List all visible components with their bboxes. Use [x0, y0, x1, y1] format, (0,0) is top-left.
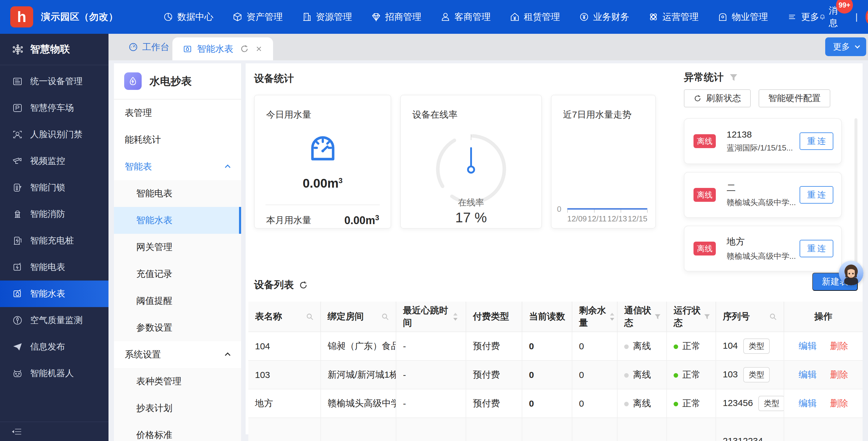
sidebar-item-unified-device[interactable]: 统一设备管理 — [0, 68, 108, 95]
subnav-item-price-standard[interactable]: 价格标准 — [114, 422, 241, 441]
col-run-status[interactable]: 运行状态 — [667, 302, 716, 332]
col-meter-name[interactable]: 表名称 — [248, 302, 321, 332]
sort-icon[interactable] — [609, 312, 615, 321]
nav-label: 招商管理 — [385, 11, 421, 23]
delete-link[interactable]: 删除 — [830, 341, 848, 351]
month-usage-value: 0.00m3 — [344, 213, 379, 227]
online-rate-card: 设备在线率 在线率 17 % — [400, 95, 542, 229]
type-tag[interactable]: 类型 — [743, 339, 770, 354]
subnav-item-meter-mgmt[interactable]: 表管理 — [114, 99, 241, 126]
col-serial[interactable]: 序列号 — [716, 302, 784, 332]
abnormal-list-scrollbar[interactable] — [855, 118, 858, 286]
reconnect-button[interactable]: 重连 — [800, 133, 833, 150]
edit-link[interactable]: 编辑 — [799, 341, 817, 351]
tab-workbench[interactable]: 工作台 — [118, 34, 180, 60]
device-list-refresh-icon[interactable] — [299, 280, 308, 290]
col-remaining-water[interactable]: 剩余水量 — [572, 302, 617, 332]
collapse-sidebar-icon[interactable] — [11, 427, 22, 437]
tabbar-more-button[interactable]: 更多 — [825, 37, 866, 56]
month-usage-label: 本月用水量 — [266, 214, 311, 227]
subnav-item-gateway-mgmt[interactable]: 网关管理 — [114, 234, 241, 261]
subnav-item-smart-water-meter[interactable]: 智能水表 — [114, 207, 241, 234]
table-row: 104 锦昶（广东）食品科... - 预付费 0 0 离线 正常 104类型 编… — [248, 332, 863, 360]
tab-refresh-icon[interactable] — [240, 45, 249, 53]
col-bound-room[interactable]: 绑定房间 — [321, 302, 396, 332]
water-meter-icon — [12, 288, 23, 299]
filter-icon[interactable] — [729, 73, 738, 82]
smart-hardware-config-button[interactable]: 智能硬件配置 — [758, 89, 830, 108]
search-icon[interactable] — [306, 313, 314, 321]
nav-item-investment-mgmt[interactable]: 招商管理 — [371, 11, 421, 23]
nav-item-finance[interactable]: 业务财务 — [579, 11, 629, 23]
meter-name-link[interactable]: 104 — [248, 332, 321, 360]
subnav-item-parameter-settings[interactable]: 参数设置 — [114, 314, 241, 341]
sidebar-item-smart-lock[interactable]: 智能门锁 — [0, 174, 108, 201]
nav-item-merchant-mgmt[interactable]: 客商管理 — [441, 11, 491, 23]
subnav-title: 水电抄表 — [150, 74, 192, 88]
col-last-heartbeat[interactable]: 最近心跳时间 — [396, 302, 466, 332]
edit-link[interactable]: 编辑 — [799, 370, 817, 379]
sort-icon[interactable] — [453, 312, 458, 321]
sidebar-item-electric-meter[interactable]: 智能电表 — [0, 254, 108, 281]
abnormal-device-name: 12138 — [727, 129, 800, 140]
subnav-item-energy-stats[interactable]: 能耗统计 — [114, 126, 241, 153]
user-avatar[interactable]: h — [866, 10, 868, 24]
sidebar-item-face-access[interactable]: 人脸识别门禁 — [0, 121, 108, 148]
offline-status-badge: 离线 — [693, 242, 716, 256]
run-status-cell: 正常 — [667, 389, 716, 418]
subnav-item-smart-electric-meter[interactable]: 智能电表 — [114, 180, 241, 207]
brand-logo[interactable]: h — [10, 6, 33, 27]
filter-icon[interactable] — [704, 314, 710, 320]
nav-item-asset-mgmt[interactable]: 资产管理 — [233, 11, 283, 23]
reconnect-button[interactable]: 重连 — [800, 240, 833, 257]
subnav-item-meter-type-mgmt[interactable]: 表种类管理 — [114, 368, 241, 395]
actions-cell: 编辑删除 — [784, 389, 863, 418]
fire-hydrant-icon — [12, 209, 23, 219]
subnav-group-smart-meter[interactable]: 智能表 — [114, 153, 241, 180]
left-sidebar: 智慧物联 统一设备管理 智慧停车场 人脸识别门禁 视频监控 智能门锁 — [0, 34, 108, 441]
sidebar-item-video-monitor[interactable]: 视频监控 — [0, 148, 108, 174]
robot-icon — [12, 368, 23, 379]
delete-link[interactable]: 删除 — [830, 398, 848, 408]
delete-link[interactable]: 删除 — [830, 370, 848, 379]
nav-item-property-mgmt[interactable]: 物业管理 — [718, 11, 768, 23]
sidebar-item-fire-safety[interactable]: 智能消防 — [0, 201, 108, 228]
sidebar-item-label: 视频监控 — [30, 155, 65, 167]
abnormal-device-location: 赣榆城头高级中学... — [727, 197, 800, 208]
trend-title: 近7日用水量走势 — [563, 109, 631, 121]
normal-dot — [674, 373, 678, 378]
subnav-item-threshold-alert[interactable]: 阈值提醒 — [114, 288, 241, 314]
sidebar-item-robot[interactable]: 智能机器人 — [0, 360, 108, 387]
meter-name-link[interactable]: 103 — [248, 360, 321, 389]
sidebar-item-air-quality[interactable]: 空气质量监测 — [0, 307, 108, 333]
edit-link[interactable]: 编辑 — [799, 398, 817, 408]
sidebar-item-info-publish[interactable]: 信息发布 — [0, 333, 108, 360]
search-icon[interactable] — [381, 313, 389, 321]
type-tag[interactable]: 类型 — [743, 367, 770, 382]
sidebar-item-parking[interactable]: 智慧停车场 — [0, 95, 108, 121]
tab-smart-water-meter[interactable]: 智能水表 — [173, 37, 273, 60]
meter-name-link[interactable]: 地方 — [248, 389, 321, 418]
subnav-item-recharge-records[interactable]: 充值记录 — [114, 261, 241, 288]
nav-item-lease-mgmt[interactable]: 租赁管理 — [510, 11, 560, 23]
col-comm-status[interactable]: 通信状态 — [617, 302, 667, 332]
nav-item-operation-mgmt[interactable]: 运营管理 — [649, 11, 699, 23]
tab-close-icon[interactable] — [255, 45, 263, 53]
filter-icon[interactable] — [654, 314, 661, 320]
type-tag[interactable]: 类型 — [758, 396, 784, 411]
refresh-status-button[interactable]: 刷新状态 — [684, 89, 751, 108]
assistant-avatar[interactable] — [839, 261, 864, 285]
abnormal-device-location: 蓝湖国际/1/15/15... — [727, 143, 800, 153]
reconnect-button[interactable]: 重连 — [800, 186, 833, 204]
search-icon[interactable] — [769, 313, 777, 321]
messages-button[interactable]: 消息 99+ — [819, 4, 841, 29]
nav-item-resource-mgmt[interactable]: 资源管理 — [302, 11, 352, 23]
nav-item-data-center[interactable]: 数据中心 — [163, 11, 213, 23]
stat-cards: 今日用水量 0.00m3 本月用水量 0.00m3 — [254, 95, 656, 229]
subnav-item-reading-plan[interactable]: 抄表计划 — [114, 395, 241, 422]
sidebar-item-charging-pile[interactable]: 智能充电桩 — [0, 228, 108, 254]
today-usage-value: 0.00m3 — [255, 176, 391, 190]
sidebar-item-water-meter[interactable]: 智能水表 — [0, 281, 108, 307]
nav-item-more[interactable]: 更多 — [787, 11, 819, 23]
subnav-group-system-settings[interactable]: 系统设置 — [114, 341, 241, 368]
